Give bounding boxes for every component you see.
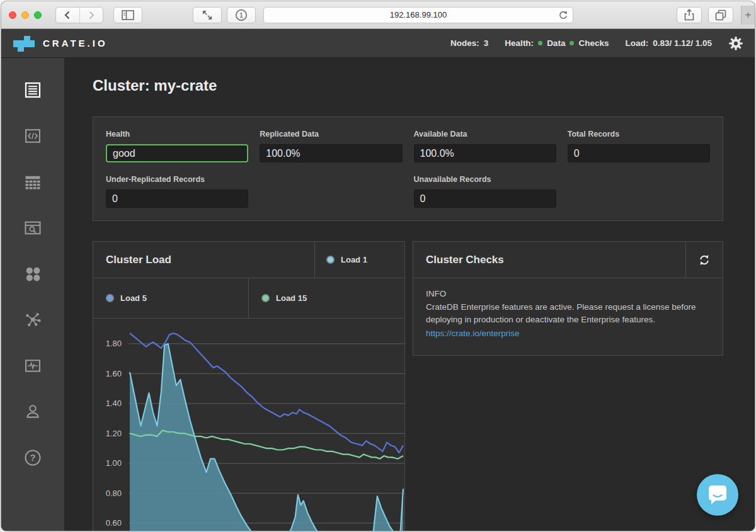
- load5-dot-icon: [106, 294, 114, 302]
- refresh-icon: [699, 254, 710, 266]
- load1-dot-icon: [326, 256, 335, 264]
- minimize-window-button[interactable]: [21, 11, 29, 19]
- crate-brand[interactable]: CRATE.IO: [13, 34, 108, 53]
- data-health-indicator-icon: [538, 41, 542, 45]
- nodes-status: Nodes: 3: [450, 38, 488, 48]
- check-severity: INFO: [426, 288, 710, 301]
- svg-text:1.20: 1.20: [106, 429, 122, 438]
- history-nav-group: [55, 7, 103, 23]
- chevron-right-icon: [88, 11, 95, 20]
- share-button[interactable]: [677, 7, 702, 23]
- unavailable-records-field: Unavailable Records 0: [414, 175, 556, 208]
- overview-icon: [23, 81, 42, 99]
- load-chart-svg: 1.801.601.401.201.000.800.60: [93, 319, 404, 531]
- health-status: Health: Data Checks: [505, 38, 609, 48]
- cluster-overview-panel: Health good Replicated Data 100.0% Avail…: [93, 116, 723, 221]
- sidebar-toggle-button[interactable]: [113, 7, 142, 23]
- health-field-value: good: [106, 144, 248, 162]
- legend-load15[interactable]: Load 15: [249, 278, 404, 318]
- sidebar-item-shards[interactable]: [1, 251, 64, 297]
- reload-button[interactable]: [558, 10, 568, 20]
- cluster-checks-title: Cluster Checks: [413, 242, 685, 278]
- tab-overview-button[interactable]: [708, 7, 733, 23]
- cluster-load-title: Cluster Load: [93, 242, 314, 278]
- enterprise-link[interactable]: https://crate.io/enterprise: [426, 327, 520, 341]
- load-value: 0.83/ 1.12/ 1.05: [653, 38, 712, 48]
- page-title: Cluster: my-crate: [93, 77, 723, 94]
- app-top-bar: CRATE.IO Nodes: 3 Health: Data Checks Lo…: [1, 29, 755, 58]
- sidebar-item-privileges[interactable]: [1, 388, 64, 434]
- svg-text:0.80: 0.80: [106, 489, 122, 498]
- support-chat-button[interactable]: [697, 474, 738, 516]
- load-status: Load: 0.83/ 1.12/ 1.05: [625, 38, 712, 48]
- health-item-data: Data: [547, 38, 565, 48]
- tables-icon: [23, 173, 42, 191]
- replicated-data-label: Replicated Data: [260, 130, 402, 139]
- sidebar-icon: [122, 10, 134, 20]
- brand-text: CRATE.IO: [43, 38, 108, 48]
- available-data-label: Available Data: [414, 130, 556, 139]
- zoom-window-button[interactable]: [34, 11, 42, 19]
- under-replicated-value: 0: [106, 190, 248, 208]
- svg-text:1.00: 1.00: [106, 458, 122, 468]
- sidebar-item-console[interactable]: [1, 113, 64, 159]
- svg-text:1: 1: [239, 11, 243, 19]
- cluster-checks-panel: Cluster Checks INFO CrateDB En: [413, 241, 723, 356]
- total-records-label: Total Records: [568, 130, 710, 139]
- content-area: Cluster: my-crate Health good Replicated…: [64, 58, 755, 531]
- load15-label: Load 15: [276, 293, 307, 303]
- forward-button[interactable]: [79, 8, 103, 23]
- load5-label: Load 5: [120, 293, 147, 303]
- address-bar[interactable]: 192.168.99.100: [263, 7, 573, 23]
- panels-row: Cluster Load Load 1 Load 5: [93, 241, 723, 531]
- close-window-button[interactable]: [9, 11, 16, 19]
- onepassword-extension-button[interactable]: 1: [227, 7, 256, 23]
- window-controls: [9, 11, 42, 19]
- settings-button[interactable]: [728, 36, 743, 51]
- replicated-data-field: Replicated Data 100.0%: [260, 130, 402, 162]
- sidebar-item-help[interactable]: ?: [1, 434, 64, 480]
- svg-text:?: ?: [30, 452, 35, 463]
- tabs-icon: [715, 9, 726, 21]
- health-field: Health good: [106, 130, 248, 162]
- url-text: 192.168.99.100: [390, 10, 447, 20]
- cluster-checks-body: INFO CrateDB Enterprise features are act…: [413, 278, 723, 355]
- available-data-value: 100.0%: [414, 144, 556, 162]
- unavailable-records-value: 0: [414, 190, 556, 208]
- unavailable-records-label: Unavailable Records: [414, 175, 556, 184]
- sidebar-item-monitoring[interactable]: [1, 342, 64, 388]
- cluster-load-chart: 1.801.601.401.201.000.800.60: [93, 319, 404, 531]
- main-area: ? Cluster: my-crate Health good Replicat…: [1, 58, 755, 531]
- check-message: CrateDB Enterprise features are active. …: [426, 301, 710, 327]
- total-records-field: Total Records 0: [568, 130, 710, 162]
- sidebar-item-tables[interactable]: [1, 159, 64, 205]
- crate-logo-icon: [13, 34, 35, 53]
- chevron-left-icon: [64, 11, 71, 20]
- cluster-graph-icon: [23, 310, 42, 329]
- under-replicated-field: Under-Replicated Records 0: [106, 175, 248, 208]
- expand-icon: [202, 9, 213, 21]
- console-icon: [23, 127, 42, 145]
- checks-health-indicator-icon: [570, 41, 574, 45]
- sidebar-item-overview[interactable]: [1, 67, 64, 113]
- sidebar-item-cluster[interactable]: [1, 297, 64, 342]
- chat-bubble-icon: [707, 485, 728, 506]
- gear-icon: [728, 36, 743, 51]
- back-button[interactable]: [56, 8, 79, 23]
- load15-dot-icon: [261, 294, 270, 302]
- monitoring-icon: [23, 356, 42, 375]
- total-records-value: 0: [568, 144, 710, 162]
- new-tab-button[interactable]: +: [741, 6, 755, 25]
- user-icon: [23, 402, 42, 421]
- legend-load5[interactable]: Load 5: [93, 278, 249, 318]
- browser-search-icon: [23, 218, 42, 237]
- available-data-field: Available Data 100.0%: [414, 130, 556, 162]
- legend-load1[interactable]: Load 1: [314, 242, 404, 278]
- cluster-load-panel: Cluster Load Load 1 Load 5: [93, 241, 405, 531]
- sidebar-item-views[interactable]: [1, 205, 64, 251]
- shards-icon: [23, 264, 42, 283]
- refresh-checks-button[interactable]: [685, 242, 723, 278]
- load1-label: Load 1: [341, 255, 367, 264]
- expand-extension-button[interactable]: [193, 7, 222, 23]
- sidebar-nav: ?: [1, 58, 64, 531]
